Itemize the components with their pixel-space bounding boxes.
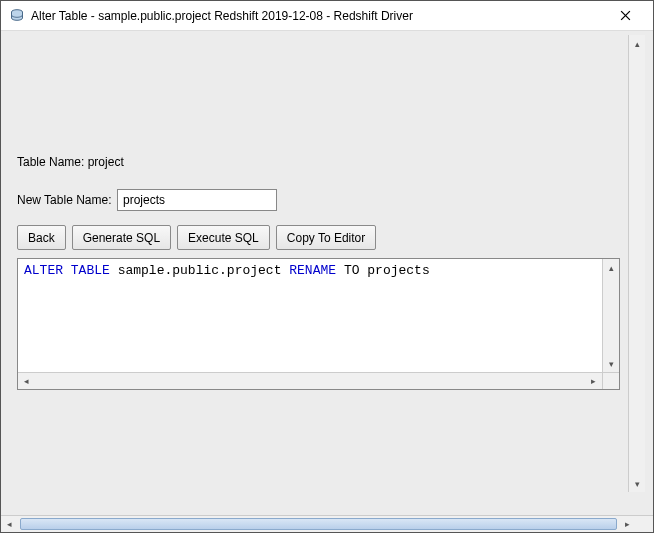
scroll-up-icon[interactable]: ▴: [629, 35, 645, 52]
horizontal-scrollbar[interactable]: ◂ ▸: [1, 515, 653, 532]
database-icon: [9, 8, 25, 24]
sql-object: sample.public.project: [110, 263, 289, 278]
scroll-up-icon[interactable]: ▴: [603, 259, 619, 276]
scroll-down-icon[interactable]: ▾: [629, 475, 645, 492]
new-table-name-label: New Table Name:: [17, 193, 117, 207]
client-area: ▴ ▾ Table Name: project New Table Name: …: [1, 31, 653, 532]
sql-keyword: RENAME: [289, 263, 336, 278]
sql-vertical-scrollbar[interactable]: ▴ ▾: [602, 259, 619, 372]
scroll-right-icon[interactable]: ▸: [619, 516, 636, 532]
main-panel: ▴ ▾ Table Name: project New Table Name: …: [9, 35, 645, 510]
window-title: Alter Table - sample.public.project Reds…: [31, 9, 605, 23]
scroll-thumb[interactable]: [20, 518, 617, 530]
back-button[interactable]: Back: [17, 225, 66, 250]
vertical-scrollbar[interactable]: ▴ ▾: [628, 35, 645, 492]
sql-content[interactable]: ALTER TABLE sample.public.project RENAME…: [18, 259, 602, 372]
sql-tail: TO projects: [336, 263, 430, 278]
table-name-label: Table Name: project: [17, 155, 124, 169]
close-icon: [620, 10, 631, 21]
scroll-right-icon[interactable]: ▸: [585, 373, 602, 389]
scroll-left-icon[interactable]: ◂: [18, 373, 35, 389]
sql-horizontal-scrollbar[interactable]: ◂ ▸: [18, 372, 602, 389]
new-table-name-input[interactable]: [117, 189, 277, 211]
scroll-track[interactable]: [35, 373, 585, 389]
close-button[interactable]: [605, 2, 645, 30]
scroll-corner: [636, 516, 653, 532]
scroll-corner: [602, 372, 619, 389]
sql-textarea[interactable]: ALTER TABLE sample.public.project RENAME…: [17, 258, 620, 390]
scroll-track[interactable]: [18, 516, 619, 532]
scroll-down-icon[interactable]: ▾: [603, 355, 619, 372]
titlebar: Alter Table - sample.public.project Reds…: [1, 1, 653, 31]
scroll-left-icon[interactable]: ◂: [1, 516, 18, 532]
sql-keyword: ALTER TABLE: [24, 263, 110, 278]
generate-sql-button[interactable]: Generate SQL: [72, 225, 171, 250]
execute-sql-button[interactable]: Execute SQL: [177, 225, 270, 250]
copy-to-editor-button[interactable]: Copy To Editor: [276, 225, 377, 250]
